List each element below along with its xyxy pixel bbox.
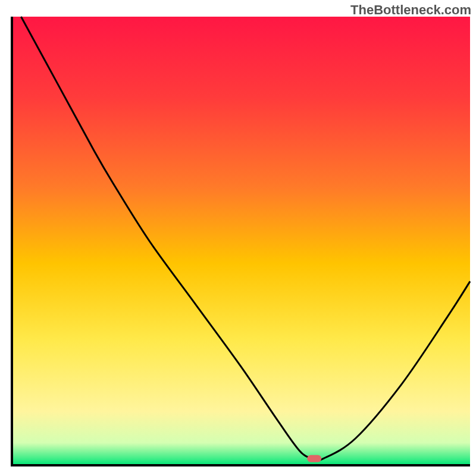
chart-container: TheBottleneck.com bbox=[0, 0, 476, 476]
watermark-text: TheBottleneck.com bbox=[350, 2, 471, 18]
bottleneck-chart bbox=[0, 0, 476, 476]
optimal-marker bbox=[307, 455, 321, 462]
gradient-background bbox=[12, 17, 470, 465]
